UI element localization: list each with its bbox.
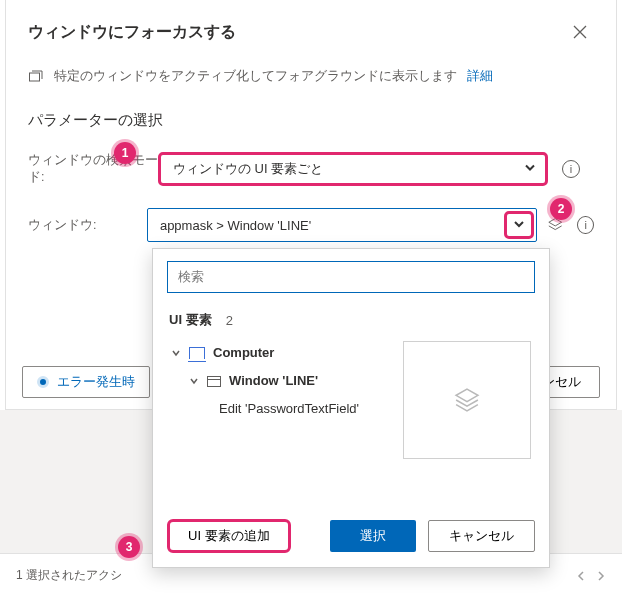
dialog-titlebar: ウィンドウにフォーカスする (28, 18, 594, 46)
window-label: ウィンドウ: (28, 217, 147, 234)
callout-badge-1: 1 (114, 142, 136, 164)
dialog-description-row: 特定のウィンドウをアクティブ化してフォアグラウンドに表示します 詳細 (28, 68, 594, 85)
search-mode-row: ウィンドウの検索モード: ウィンドウの UI 要素ごと i (28, 152, 594, 186)
dialog-title: ウィンドウにフォーカスする (28, 22, 236, 43)
tree-node-label: Window 'LINE' (229, 367, 318, 395)
window-stack-icon (28, 69, 44, 85)
window-select-toggle[interactable] (504, 211, 534, 239)
window-value: appmask > Window 'LINE' (160, 218, 311, 233)
preview-box (403, 341, 531, 459)
popover-footer: UI 要素の追加 選択 キャンセル (167, 507, 535, 567)
info-icon[interactable]: i (562, 160, 580, 178)
window-row: ウィンドウ: appmask > Window 'LINE' i (28, 208, 594, 242)
search-mode-label: ウィンドウの検索モード: (28, 152, 158, 186)
chevron-left-icon[interactable] (576, 571, 586, 581)
window-select[interactable]: appmask > Window 'LINE' (147, 208, 537, 242)
tree-node-label: Edit 'PasswordTextField' (219, 395, 359, 423)
search-input[interactable]: 検索 (167, 261, 535, 293)
popover-cancel-button[interactable]: キャンセル (428, 520, 535, 552)
add-ui-element-button[interactable]: UI 要素の追加 (167, 519, 291, 553)
error-dot-icon (37, 376, 49, 388)
on-error-label: エラー発生時 (57, 374, 135, 391)
ui-element-picker-popover: 検索 UI 要素 2 Computer Window 'LINE' Edit '… (152, 248, 550, 568)
tree-node-computer[interactable]: Computer (167, 339, 363, 367)
callout-badge-2: 2 (550, 198, 572, 220)
status-pager (576, 571, 606, 581)
layers-icon (453, 386, 481, 414)
chevron-down-icon (513, 218, 525, 233)
window-icon (207, 376, 221, 387)
on-error-button[interactable]: エラー発生時 (22, 366, 150, 398)
ui-elements-header: UI 要素 2 (169, 311, 535, 329)
chevron-right-icon[interactable] (596, 571, 606, 581)
tree-node-window[interactable]: Window 'LINE' (167, 367, 363, 395)
status-text: 1 選択されたアクシ (16, 567, 122, 584)
search-mode-value: ウィンドウの UI 要素ごと (173, 160, 323, 178)
select-button[interactable]: 選択 (330, 520, 416, 552)
ui-elements-heading: UI 要素 (169, 311, 212, 329)
info-icon[interactable]: i (577, 216, 594, 234)
callout-badge-3: 3 (118, 536, 140, 558)
monitor-icon (189, 347, 205, 359)
tree-node-label: Computer (213, 339, 274, 367)
chevron-down-icon (189, 376, 199, 386)
close-button[interactable] (566, 18, 594, 46)
tree-area: Computer Window 'LINE' Edit 'PasswordTex… (167, 339, 535, 507)
ui-elements-count: 2 (226, 313, 233, 328)
search-mode-select[interactable]: ウィンドウの UI 要素ごと (158, 152, 548, 186)
dialog-description: 特定のウィンドウをアクティブ化してフォアグラウンドに表示します (54, 68, 457, 85)
chevron-down-icon (524, 162, 536, 177)
parameters-section-title: パラメーターの選択 (28, 111, 594, 130)
ui-element-tree: Computer Window 'LINE' Edit 'PasswordTex… (167, 339, 363, 507)
details-link[interactable]: 詳細 (467, 68, 493, 85)
chevron-down-icon (171, 348, 181, 358)
tree-node-leaf[interactable]: Edit 'PasswordTextField' (167, 395, 363, 423)
search-placeholder: 検索 (178, 268, 204, 286)
close-icon (573, 25, 587, 39)
svg-rect-0 (30, 73, 40, 81)
